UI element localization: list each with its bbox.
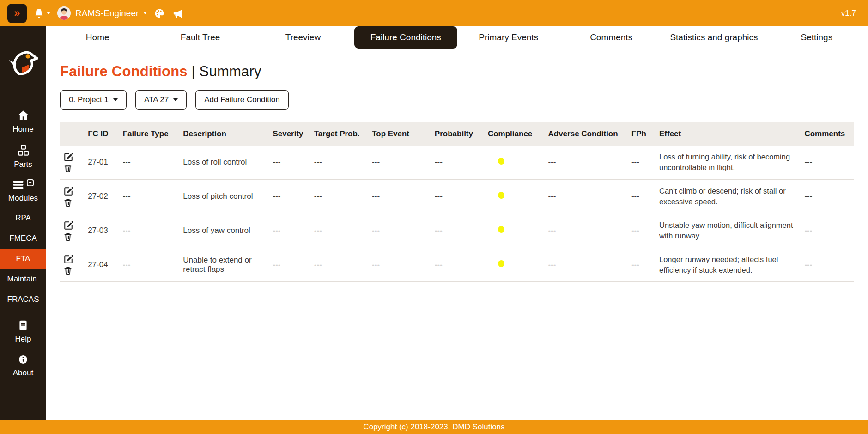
header-target-prob: Target Prob.	[314, 122, 372, 146]
tab-primary-events[interactable]: Primary Events	[457, 26, 560, 49]
sidebar-collapse-button[interactable]: »	[7, 4, 27, 23]
delete-row-button[interactable]	[64, 198, 72, 207]
edit-pencil-icon	[64, 221, 73, 230]
sidebar-item-fmeca[interactable]: FMECA	[0, 228, 46, 249]
cell-severity: ---	[273, 179, 314, 214]
trash-icon	[64, 198, 72, 207]
app-version: v1.7	[841, 9, 856, 18]
sidebar-item-rpa[interactable]: RPA	[0, 208, 46, 228]
edit-row-button[interactable]	[64, 187, 73, 196]
palette-icon	[154, 8, 165, 19]
cell-effect: Longer runway needed; affects fuel effic…	[659, 248, 804, 282]
tab-statistics-and-graphics[interactable]: Statistics and graphics	[662, 26, 765, 49]
tab-home[interactable]: Home	[46, 26, 149, 49]
avatar	[57, 6, 71, 20]
cell-probability: ---	[435, 179, 488, 214]
footer: Copyright (c) 2018-2023, DMD Solutions	[0, 420, 868, 434]
table-row: 27-03 --- Loss of yaw control --- --- --…	[60, 214, 854, 248]
sidebar-item-fracas[interactable]: FRACAS	[0, 289, 46, 310]
table-row: 27-02 --- Loss of pitch control --- --- …	[60, 179, 854, 214]
cell-top-event: ---	[372, 146, 435, 179]
table-row: 27-01 --- Loss of roll control --- --- -…	[60, 146, 854, 179]
sidebar: Home Parts	[0, 26, 46, 420]
sidebar-item-home[interactable]: Home	[0, 104, 46, 139]
edit-row-button[interactable]	[64, 255, 73, 264]
sidebar-item-modules[interactable]: Modules	[0, 174, 46, 208]
cell-adverse-condition: ---	[548, 179, 631, 214]
sidebar-item-fta[interactable]: FTA	[0, 249, 46, 269]
cell-fc-id: 27-04	[88, 248, 123, 282]
book-icon	[17, 319, 29, 331]
chevron-down-icon	[173, 98, 178, 101]
project-dropdown[interactable]: 0. Project 1	[60, 90, 127, 110]
info-icon	[18, 354, 29, 365]
cell-failure-type: ---	[123, 146, 183, 179]
edit-row-button[interactable]	[64, 153, 73, 162]
header-effect: Effect	[659, 122, 804, 146]
cell-description: Loss of yaw control	[183, 214, 273, 248]
cell-failure-type: ---	[123, 214, 183, 248]
failure-conditions-table: FC ID Failure Type Description Severity …	[60, 122, 854, 282]
trash-icon	[64, 232, 72, 241]
tab-treeview[interactable]: Treeview	[252, 26, 354, 49]
announcements-button[interactable]	[172, 7, 183, 19]
sidebar-item-maintain[interactable]: Maintain.	[0, 269, 46, 289]
module-tabs: Home Fault Tree Treeview Failure Conditi…	[46, 26, 868, 49]
tab-comments[interactable]: Comments	[560, 26, 662, 49]
theme-palette-button[interactable]	[154, 8, 165, 19]
cell-fc-id: 27-02	[88, 179, 123, 214]
sidebar-item-parts[interactable]: Parts	[0, 139, 46, 174]
user-menu[interactable]: RAMS-Engineer	[57, 6, 147, 20]
notifications-dropdown[interactable]	[34, 8, 50, 18]
megaphone-icon	[172, 7, 183, 19]
header-top-event: Top Event	[372, 122, 435, 146]
delete-row-button[interactable]	[64, 164, 72, 172]
cell-target-prob: ---	[314, 179, 372, 214]
cell-target-prob: ---	[314, 248, 372, 282]
header-failure-type: Failure Type	[123, 122, 183, 146]
table-header-row: FC ID Failure Type Description Severity …	[60, 122, 854, 146]
cell-effect: Unstable yaw motion, difficult alignment…	[659, 214, 804, 248]
toolbar: 0. Project 1 ATA 27 Add Failure Conditio…	[60, 90, 854, 110]
edit-row-button[interactable]	[64, 221, 73, 230]
app-logo[interactable]	[6, 46, 40, 82]
cell-failure-type: ---	[123, 248, 183, 282]
cell-fc-id: 27-03	[88, 214, 123, 248]
tab-settings[interactable]: Settings	[765, 26, 868, 49]
add-failure-condition-button[interactable]: Add Failure Condition	[195, 90, 288, 110]
delete-row-button[interactable]	[64, 266, 72, 275]
edit-pencil-icon	[64, 255, 73, 264]
edit-pencil-icon	[64, 187, 73, 196]
cell-adverse-condition: ---	[548, 214, 631, 248]
trash-icon	[64, 266, 72, 275]
menu-bars-icon	[12, 179, 24, 190]
copyright-text: Copyright (c) 2018-2023, DMD Solutions	[363, 422, 504, 432]
header-fc-id: FC ID	[88, 122, 123, 146]
header-probability: Probabilty	[435, 122, 488, 146]
module-dropdown-box-icon	[27, 179, 34, 186]
delete-row-button[interactable]	[64, 232, 72, 241]
cell-probability: ---	[435, 248, 488, 282]
cell-severity: ---	[273, 248, 314, 282]
sidebar-item-help[interactable]: Help	[0, 314, 46, 349]
user-name: RAMS-Engineer	[75, 8, 139, 18]
topbar: » RAMS-Engineer	[0, 0, 868, 26]
cell-effect: Can't climb or descend; risk of stall or…	[659, 179, 804, 214]
cell-failure-type: ---	[123, 179, 183, 214]
tab-failure-conditions[interactable]: Failure Conditions	[354, 26, 457, 49]
cell-comments: ---	[804, 146, 854, 179]
cell-fph: ---	[631, 214, 659, 248]
compliance-status-indicator	[498, 226, 504, 233]
cell-fph: ---	[631, 179, 659, 214]
sidebar-item-about[interactable]: About	[0, 349, 46, 383]
ata-chapter-dropdown[interactable]: ATA 27	[135, 90, 187, 110]
tab-fault-tree[interactable]: Fault Tree	[149, 26, 251, 49]
compliance-status-indicator	[498, 192, 504, 199]
chevron-down-icon	[47, 12, 50, 14]
page-title-sub: | Summary	[192, 63, 261, 79]
cell-fc-id: 27-01	[88, 146, 123, 179]
header-comments: Comments	[804, 122, 854, 146]
cell-comments: ---	[804, 179, 854, 214]
table-row: 27-04 --- Unable to extend or retract fl…	[60, 248, 854, 282]
cell-adverse-condition: ---	[548, 248, 631, 282]
